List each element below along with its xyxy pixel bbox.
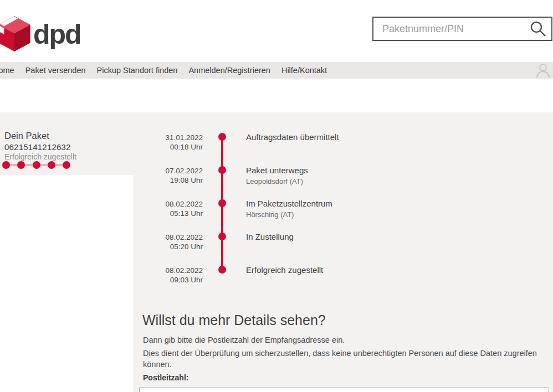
user-icon[interactable]	[536, 63, 550, 78]
main-nav: HomePaket versendenPickup Standort finde…	[0, 62, 553, 79]
nav-item-home[interactable]: Home	[0, 66, 20, 75]
nav-item-paket-versenden[interactable]: Paket versenden	[20, 66, 91, 75]
timeline-datetime: 07.02.202219:08 Uhr	[151, 166, 203, 185]
timeline-event: In Zustellung	[246, 232, 294, 241]
timeline-event: Erfolgreich zugestellt	[246, 265, 323, 275]
details-paragraph-2-line2: können.	[143, 360, 172, 369]
timeline-datetime: 08.02.202209:03 Uhr	[151, 266, 203, 285]
dpd-wordmark: dpd	[33, 18, 81, 50]
timeline-event: Paket unterwegsLeopoldsdorf (AT)	[246, 166, 308, 185]
progress-dot	[48, 161, 55, 169]
progress-dot	[17, 161, 25, 169]
timeline-dot	[218, 266, 226, 274]
nav-item-hilfe-kontakt[interactable]: Hilfe/Kontakt	[276, 66, 332, 75]
details-heading: Willst du mehr Details sehen?	[142, 312, 326, 328]
tab-bar: Empfangen 1 Versenden 0 Zurück	[0, 79, 553, 112]
timeline-event: Auftragsdaten übermittelt	[246, 132, 339, 142]
timeline-dot	[218, 199, 226, 207]
dpd-tracking-page: dpd HomePaket versendenPickup Standort f…	[0, 0, 553, 392]
package-progress-indicator	[2, 161, 71, 169]
timeline-datetime: 08.02.202205:13 Uhr	[151, 199, 203, 218]
dpd-cube-icon	[0, 11, 33, 57]
details-paragraph-1: Dann gib bitte die Postleitzahl der Empf…	[143, 336, 345, 344]
timeline-dot	[218, 166, 226, 174]
timeline-event-location: Leopoldsdorf (AT)	[246, 177, 308, 185]
header: dpd	[0, 0, 553, 62]
timeline-event: Im PaketzustellzentrumHörsching (AT)	[246, 199, 332, 219]
timeline-dot	[218, 133, 226, 141]
package-title: Dein Paket	[4, 131, 49, 141]
postleitzahl-label: Postleitzahl:	[143, 373, 188, 382]
search-icon[interactable]	[529, 20, 547, 38]
tracking-search-box	[372, 17, 552, 41]
nav-item-anmelden-registrieren[interactable]: Anmelden/Registrieren	[183, 66, 276, 75]
nav-item-pickup-standort-finden[interactable]: Pickup Standort finden	[91, 66, 183, 75]
dpd-parcel-logo[interactable]	[0, 11, 33, 57]
timeline-datetime: 08.02.202205:20 Uhr	[151, 233, 203, 251]
package-number: 06215141212632	[4, 142, 71, 152]
left-panel	[0, 175, 134, 392]
timeline-event-location: Hörsching (AT)	[246, 210, 332, 219]
search-input[interactable]	[373, 18, 532, 40]
timeline-dot	[218, 233, 226, 240]
details-paragraph-2-line1: Dies dient der Überprüfung um sicherzust…	[143, 349, 537, 358]
timeline-datetime: 31.01.202200:18 Uhr	[151, 133, 203, 152]
package-status: Erfolgreich zugestellt	[4, 152, 76, 161]
progress-dot	[63, 161, 70, 169]
postleitzahl-input[interactable]	[139, 388, 549, 392]
progress-dot	[33, 161, 40, 169]
progress-dot	[2, 161, 10, 169]
